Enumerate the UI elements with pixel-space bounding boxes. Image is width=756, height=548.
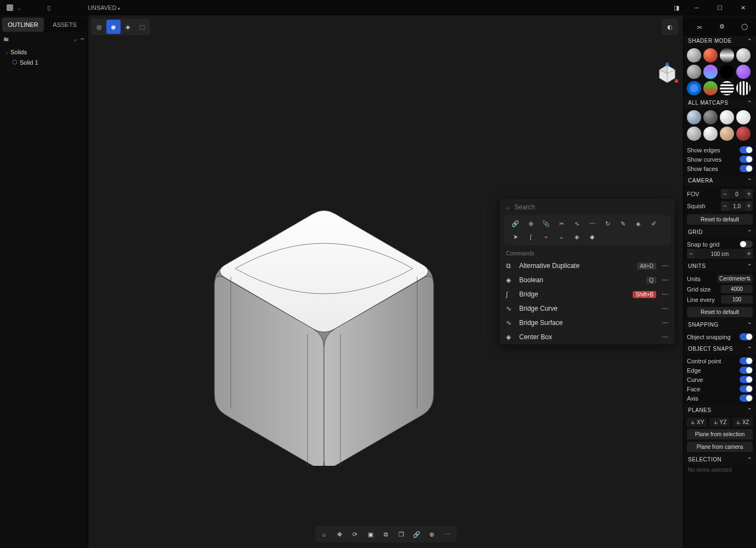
xray-icon[interactable]: ⬚: [135, 20, 149, 34]
section-planes[interactable]: PLANES⌃: [684, 405, 756, 415]
cmd-quick-tag-icon[interactable]: ◈: [570, 231, 584, 243]
command-more-icon[interactable]: ⋯: [662, 290, 668, 298]
command-search-input[interactable]: [514, 203, 668, 211]
osnap-cp-toggle[interactable]: [740, 357, 753, 364]
bb-link-icon[interactable]: 🔗: [411, 528, 423, 540]
fov-stepper[interactable]: −0+: [721, 189, 753, 199]
bb-select-icon[interactable]: ▣: [365, 528, 377, 540]
tab-outliner[interactable]: OUTLINER: [2, 18, 44, 32]
bb-copy-icon[interactable]: ⧉: [380, 528, 392, 540]
section-grid[interactable]: GRID⌃: [684, 227, 756, 237]
app-menu-chevron-icon[interactable]: ⌵: [18, 5, 21, 11]
command-more-icon[interactable]: ⋯: [662, 276, 668, 284]
matcap-3-icon[interactable]: [720, 110, 734, 124]
section-shader-mode[interactable]: SHADER MODE⌃: [684, 36, 756, 46]
units-reset-button[interactable]: Reset to default: [687, 307, 753, 317]
cmd-quick-merge-icon[interactable]: ⫠: [554, 231, 569, 243]
cmd-quick-attach-icon[interactable]: 📎: [539, 218, 553, 230]
command-row[interactable]: ∿Bridge Surface⋯: [499, 316, 675, 330]
rp-globe-icon[interactable]: ◯: [741, 23, 748, 30]
cmd-quick-spline-icon[interactable]: ∫: [524, 231, 538, 243]
rp-axes-icon[interactable]: ⫘: [696, 24, 702, 30]
command-more-icon[interactable]: ⋯: [662, 319, 668, 327]
command-more-icon[interactable]: ⋯: [662, 262, 668, 270]
orientation-gizmo[interactable]: z x: [656, 62, 679, 85]
lineevery-input[interactable]: 100: [721, 295, 753, 304]
osnap-axis-toggle[interactable]: [740, 395, 753, 402]
shader-purple-icon[interactable]: [736, 65, 751, 79]
show-faces-toggle[interactable]: [740, 165, 753, 172]
shader-chrome-icon[interactable]: [720, 48, 734, 62]
section-snapping[interactable]: SNAPPING⌃: [684, 319, 756, 330]
shader-iridescent-icon[interactable]: [703, 65, 718, 79]
shader-black-icon[interactable]: [720, 65, 734, 79]
bb-refresh-icon[interactable]: ⟳: [349, 528, 361, 540]
close-button[interactable]: ✕: [732, 0, 754, 15]
cmd-quick-edit-icon[interactable]: ✐: [646, 218, 661, 230]
bb-search-icon[interactable]: ⌕: [319, 528, 331, 540]
plane-yz-button[interactable]: ⫝ YZ: [709, 418, 730, 427]
command-row[interactable]: ◈Center Box⋯: [499, 330, 675, 344]
cmd-quick-sphere-icon[interactable]: ⊕: [524, 218, 538, 230]
cmd-quick-rotate-icon[interactable]: ↻: [600, 218, 615, 230]
cmd-quick-fill-icon[interactable]: ◆: [585, 231, 599, 243]
obj-snap-toggle[interactable]: [740, 333, 753, 340]
shader-zebra-v-icon[interactable]: [736, 81, 751, 95]
command-more-icon[interactable]: ⋯: [662, 305, 668, 312]
section-all-matcaps[interactable]: ALL MATCAPS⌃: [684, 98, 756, 108]
panel-toggle-icon[interactable]: ◨: [674, 4, 679, 12]
plane-from-selection-button[interactable]: Plane from selection: [687, 429, 753, 439]
snap-grid-toggle[interactable]: [740, 241, 753, 248]
section-selection[interactable]: SELECTION⌃: [684, 454, 756, 465]
cmd-quick-curve-icon[interactable]: ∿: [570, 218, 584, 230]
cmd-quick-curve2-icon[interactable]: 〰: [585, 218, 599, 230]
matcap-7-icon[interactable]: [720, 127, 734, 141]
matcap-5-icon[interactable]: [687, 127, 701, 141]
tree-root-solids[interactable]: ⌵Solids: [1, 47, 87, 57]
cmd-quick-link-icon[interactable]: 🔗: [508, 218, 522, 230]
squish-stepper[interactable]: −1.0+: [721, 201, 753, 211]
shader-rings-icon[interactable]: [687, 81, 701, 95]
cmd-quick-pen-icon[interactable]: ✎: [616, 218, 630, 230]
matcap-4-icon[interactable]: [736, 110, 751, 124]
shader-matte-icon[interactable]: [687, 48, 701, 62]
shader-normal-icon[interactable]: [703, 81, 718, 95]
section-units[interactable]: UNITS⌃: [684, 261, 756, 271]
grid-size-stepper[interactable]: −100 cm+: [687, 249, 753, 259]
matcap-2-icon[interactable]: [703, 110, 718, 124]
osnap-edge-toggle[interactable]: [740, 367, 753, 374]
collapse-icon[interactable]: ⌵: [73, 36, 77, 42]
bb-move-icon[interactable]: ✥: [334, 528, 346, 540]
plane-xy-button[interactable]: ⫝ XY: [687, 418, 707, 427]
command-row[interactable]: ⧉Alternative DuplicateAlt+D⋯: [499, 259, 675, 273]
rp-gear-icon[interactable]: ⚙: [719, 23, 725, 30]
maximize-button[interactable]: ☐: [709, 0, 731, 15]
osnap-curve-toggle[interactable]: [740, 376, 753, 383]
shader-plastic-icon[interactable]: [736, 48, 751, 62]
matcap-1-icon[interactable]: [687, 110, 701, 124]
wireframe-icon[interactable]: ◈: [121, 20, 135, 34]
bb-shape-icon[interactable]: ⊕: [426, 528, 438, 540]
cmd-quick-box-icon[interactable]: ◈: [631, 218, 645, 230]
command-row[interactable]: ∿Bridge Curve⋯: [499, 301, 675, 316]
cmd-quick-align-icon[interactable]: ⫟: [539, 231, 553, 243]
plane-from-camera-button[interactable]: Plane from camera: [687, 442, 753, 452]
shader-zebra-h-icon[interactable]: [720, 81, 734, 95]
plane-xz-button[interactable]: ⫝ XZ: [732, 418, 753, 427]
shader-grey-icon[interactable]: [687, 65, 701, 79]
app-logo[interactable]: [7, 4, 13, 11]
osnap-face-toggle[interactable]: [740, 385, 753, 392]
matcap-8-icon[interactable]: [736, 127, 751, 141]
cmd-quick-pin-icon[interactable]: ➤: [508, 231, 522, 243]
tab-assets[interactable]: ASSETS: [44, 18, 86, 32]
shading-mode-icon[interactable]: ◉: [106, 20, 121, 34]
tree-item-solid1[interactable]: ⬡Solid 1: [1, 57, 87, 67]
command-more-icon[interactable]: ⋯: [662, 333, 668, 341]
bb-more-icon[interactable]: ⋯: [441, 528, 453, 540]
bb-dup-icon[interactable]: ❐: [395, 528, 407, 540]
shader-clay-icon[interactable]: [703, 48, 718, 62]
perspective-toggle-icon[interactable]: ◎: [92, 20, 106, 34]
section-camera[interactable]: CAMERA⌃: [684, 175, 756, 186]
panel-icon[interactable]: ▯: [47, 4, 50, 12]
show-curves-toggle[interactable]: [740, 156, 753, 163]
